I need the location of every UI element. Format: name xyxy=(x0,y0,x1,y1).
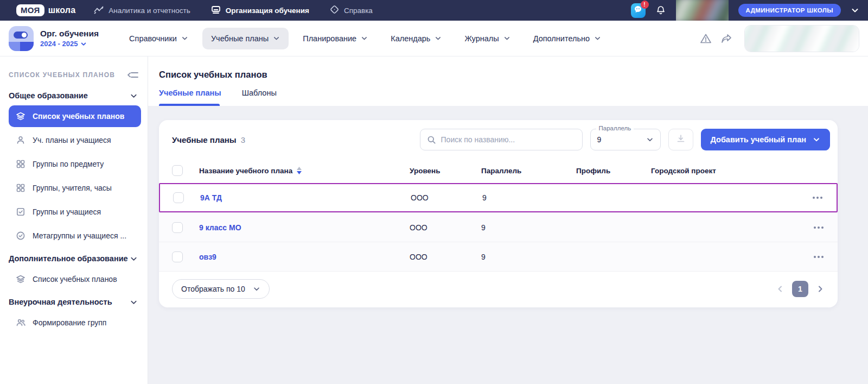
app-nav-label: Справочники xyxy=(129,34,177,43)
sidebar-item-metagroups[interactable]: Метагруппы и учащиеся ... xyxy=(9,225,141,247)
app-logo[interactable] xyxy=(9,26,34,51)
sidebar-item-groups-teachers-hours[interactable]: Группы, учителя, часы xyxy=(9,177,141,199)
cell-level: ООО xyxy=(410,253,481,261)
card-controls: Параллель 9 Добавить учебный план xyxy=(420,129,830,150)
chevron-down-icon xyxy=(594,35,601,42)
share-arrow-icon[interactable] xyxy=(720,33,732,44)
main-area: Список учебных планов Учебные планы Шабл… xyxy=(148,56,868,384)
bell-icon[interactable] xyxy=(655,5,666,16)
year-selector[interactable]: 2024 - 2025 xyxy=(40,40,99,48)
notification-badge: ! xyxy=(641,1,649,9)
year-label: 2024 - 2025 xyxy=(40,40,78,48)
parallel-select-value: 9 xyxy=(597,135,602,144)
top-nav-help[interactable]: Справка xyxy=(330,5,373,16)
app-title: Орг. обучения xyxy=(40,29,99,39)
sidebar-item-groups-students[interactable]: Группы и учащиеся xyxy=(9,201,141,223)
chevron-down-icon xyxy=(273,35,280,42)
tabs: Учебные планы Шаблоны xyxy=(159,89,868,106)
card-footer: Отображать по 10 1 xyxy=(159,271,838,307)
app-nav-calendar[interactable]: Календарь xyxy=(382,28,450,49)
add-curriculum-label: Добавить учебный план xyxy=(711,135,806,144)
page-title: Список учебных планов xyxy=(159,70,868,80)
search-input[interactable] xyxy=(441,135,576,144)
top-nav-label: Аналитика и отчетность xyxy=(108,7,190,15)
curriculum-link[interactable]: 9А ТД xyxy=(200,193,222,202)
section-title: Общее образование xyxy=(9,91,88,100)
sidebar-item-label: Уч. планы и учащиеся xyxy=(33,136,111,144)
download-button[interactable] xyxy=(668,129,693,150)
previous-page-icon[interactable] xyxy=(776,285,784,293)
parallel-select-label: Параллель xyxy=(596,125,634,131)
app-nav-journals[interactable]: Журналы xyxy=(456,28,519,49)
sidebar-item-groups-by-subject[interactable]: Группы по предмету xyxy=(9,153,141,175)
chevron-down-icon xyxy=(503,35,510,42)
curriculum-link[interactable]: 9 класс МО xyxy=(199,223,241,232)
pagination: 1 xyxy=(776,281,825,297)
top-nav-analytics[interactable]: Аналитика и отчетность xyxy=(94,5,190,16)
check-circle-icon xyxy=(15,231,26,241)
brand-logo[interactable]: МОЯ школа xyxy=(16,4,75,16)
row-actions-icon[interactable] xyxy=(800,256,838,258)
top-nav-education[interactable]: Организация обучения xyxy=(211,5,309,16)
tab-curricula[interactable]: Учебные планы xyxy=(159,89,221,106)
layers-icon xyxy=(15,111,26,121)
layers-icon xyxy=(15,274,26,284)
cell-level: ООО xyxy=(411,193,482,202)
sidebar-section-additional[interactable]: Дополнительное образование xyxy=(9,254,141,263)
cell-level: ООО xyxy=(410,223,481,232)
chevron-down-icon xyxy=(646,136,654,143)
next-page-icon[interactable] xyxy=(816,285,825,293)
chevron-down-icon[interactable] xyxy=(851,6,859,15)
sidebar-section-general[interactable]: Общее образование xyxy=(9,91,141,100)
card-header: Учебные планы 3 Параллель 9 xyxy=(159,120,838,158)
chevron-down-icon xyxy=(130,92,138,100)
app-bar-icons xyxy=(700,33,732,44)
cell-parallel: 9 xyxy=(481,223,576,232)
app-nav-additional[interactable]: Дополнительно xyxy=(525,28,610,49)
app-bar: Орг. обучения 2024 - 2025 Справочники Уч… xyxy=(0,21,868,56)
row-checkbox[interactable] xyxy=(173,192,184,203)
content-area: Учебные планы 3 Параллель 9 xyxy=(148,106,868,384)
per-page-select[interactable]: Отображать по 10 xyxy=(172,279,270,299)
sidebar-item-group-formation[interactable]: Формирование групп xyxy=(9,312,141,333)
table-row[interactable]: овз9 ООО 9 xyxy=(159,242,838,271)
sidebar-section-extracurricular[interactable]: Внеурочная деятельность xyxy=(9,298,141,306)
curriculum-link[interactable]: овз9 xyxy=(199,253,216,261)
row-actions-icon[interactable] xyxy=(799,197,837,199)
card-count: 3 xyxy=(241,135,245,144)
row-checkbox[interactable] xyxy=(172,251,183,262)
tab-templates[interactable]: Шаблоны xyxy=(242,89,277,106)
column-header-parallel: Параллель xyxy=(481,167,576,175)
table-row[interactable]: 9А ТД ООО 9 xyxy=(159,183,838,212)
column-header-profile: Профиль xyxy=(576,167,651,175)
app-nav-planning[interactable]: Планирование xyxy=(294,28,376,49)
row-checkbox[interactable] xyxy=(172,222,183,233)
messenger-button[interactable]: ! xyxy=(631,3,646,18)
chevron-down-icon xyxy=(813,136,820,143)
page-number[interactable]: 1 xyxy=(792,281,808,297)
column-header-name: Название учебного плана xyxy=(199,167,292,175)
top-bar: МОЯ школа Аналитика и отчетность Организ… xyxy=(0,0,868,21)
checkbox-icon xyxy=(15,207,26,217)
chevron-down-icon xyxy=(361,35,368,42)
parallel-select[interactable]: Параллель 9 xyxy=(590,129,661,150)
app-nav-directories[interactable]: Справочники xyxy=(120,28,197,49)
warning-triangle-icon[interactable] xyxy=(700,33,712,44)
app-nav-curricula[interactable]: Учебные планы xyxy=(202,28,289,49)
section-title: Дополнительное образование xyxy=(9,254,128,263)
row-actions-icon[interactable] xyxy=(800,226,838,229)
sidebar-item-curricula-list[interactable]: Список учебных планов xyxy=(9,105,141,127)
collapse-sidebar-icon[interactable] xyxy=(127,71,139,79)
per-page-label: Отображать по 10 xyxy=(181,285,245,293)
sidebar-item-curricula-list-additional[interactable]: Список учебных планов xyxy=(9,268,141,290)
table-row[interactable]: 9 класс МО ООО 9 xyxy=(159,212,838,242)
select-all-checkbox[interactable] xyxy=(172,165,183,176)
sidebar-header: СПИСОК УЧЕБНЫХ ПЛАНОВ xyxy=(9,71,115,79)
role-badge[interactable]: АДМИНИСТРАТОР ШКОЛЫ xyxy=(738,4,841,17)
chevron-down-icon xyxy=(181,35,188,42)
sort-icon[interactable] xyxy=(297,167,302,174)
chevron-down-icon xyxy=(130,298,138,306)
add-curriculum-button[interactable]: Добавить учебный план xyxy=(701,129,830,150)
section-title: Внеурочная деятельность xyxy=(9,298,112,306)
sidebar-item-plans-students[interactable]: Уч. планы и учащиеся xyxy=(9,129,141,151)
